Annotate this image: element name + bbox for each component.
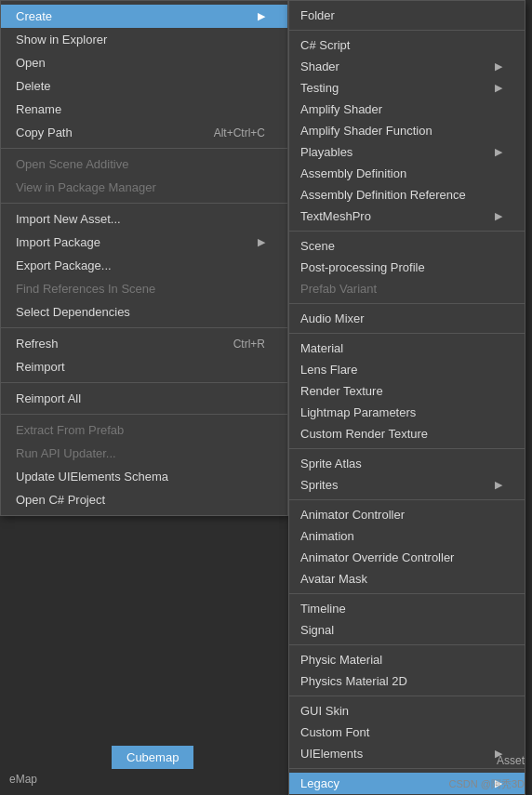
right-menu-item-prefab-variant: Prefab Variant [289, 278, 525, 299]
right-menu-item-folder[interactable]: Folder [289, 5, 525, 26]
menu-item-label: Amplify Shader Function [300, 124, 432, 138]
submenu-arrow-icon: ▶ [495, 146, 502, 158]
emap-label: eMap [9, 773, 37, 786]
menu-separator [289, 644, 525, 645]
right-menu-item-csharp-script[interactable]: C# Script [289, 34, 525, 56]
menu-item-label: UIElements [300, 747, 363, 761]
left-menu-item-import-new-asset[interactable]: Import New Asset... [1, 207, 287, 231]
menu-item-label: Testing [300, 81, 339, 95]
submenu-arrow-icon: ▶ [258, 10, 265, 22]
menu-item-label: Lens Flare [300, 363, 357, 377]
right-menu-item-post-processing-profile[interactable]: Post-processing Profile [289, 257, 525, 278]
menu-separator [289, 696, 525, 696]
left-menu-item-delete[interactable]: Delete [1, 74, 287, 98]
right-menu-item-material[interactable]: Material [289, 338, 525, 359]
right-menu-item-lens-flare[interactable]: Lens Flare [289, 359, 525, 380]
left-menu-item-copy-path[interactable]: Copy PathAlt+Ctrl+C [1, 121, 287, 144]
left-menu-item-refresh[interactable]: RefreshCtrl+R [1, 332, 287, 355]
right-menu-item-uielements[interactable]: UIElements▶ [289, 743, 525, 764]
left-menu-item-export-package[interactable]: Export Package... [1, 254, 287, 277]
left-menu-item-rename[interactable]: Rename [1, 98, 287, 121]
menu-separator [289, 593, 525, 594]
menu-item-label: Run API Updater... [16, 446, 116, 460]
right-menu-item-sprite-atlas[interactable]: Sprite Atlas [289, 453, 525, 474]
menu-item-label: Select Dependencies [16, 305, 130, 319]
left-menu-item-run-api-updater: Run API Updater... [1, 442, 287, 465]
right-menu-item-physic-material[interactable]: Physic Material [289, 649, 525, 670]
menu-separator [289, 30, 525, 31]
left-menu-item-import-package[interactable]: Import Package▶ [1, 231, 287, 254]
menu-item-label: Animator Override Controller [300, 550, 454, 564]
menu-item-label: Post-processing Profile [300, 260, 425, 274]
menu-item-label: Import Package [16, 235, 100, 249]
right-menu-item-scene[interactable]: Scene [289, 235, 525, 257]
menu-separator [1, 203, 287, 204]
menu-item-label: Audio Mixer [300, 311, 365, 325]
right-menu-item-signal[interactable]: Signal [289, 619, 525, 641]
menu-item-label: Rename [16, 102, 61, 116]
right-menu-item-playables[interactable]: Playables▶ [289, 141, 525, 163]
menu-item-label: Copy Path [16, 126, 73, 139]
right-menu-item-physics-material-2d[interactable]: Physics Material 2D [289, 670, 525, 692]
menu-item-label: Assembly Definition Reference [300, 188, 466, 202]
right-menu-item-animation[interactable]: Animation [289, 525, 525, 547]
left-menu-item-reimport-all[interactable]: Reimport All [1, 387, 287, 410]
menu-item-label: Find References In Scene [16, 282, 155, 296]
right-menu-item-sprites[interactable]: Sprites▶ [289, 474, 525, 496]
right-menu-item-amplify-shader[interactable]: Amplify Shader [289, 99, 525, 120]
menu-item-label: Extract From Prefab [16, 423, 124, 437]
menu-separator [1, 327, 287, 328]
submenu-arrow-icon: ▶ [495, 60, 502, 73]
menu-separator [289, 231, 525, 232]
left-menu-item-create[interactable]: Create▶ [1, 5, 287, 28]
menu-item-label: Show in Explorer [16, 33, 107, 46]
left-menu-item-open[interactable]: Open [1, 51, 287, 74]
menu-item-label: TextMeshPro [300, 209, 371, 223]
menu-item-label: Animation [300, 529, 354, 543]
left-menu-item-open-scene-additive: Open Scene Additive [1, 152, 287, 176]
right-menu-item-amplify-shader-function[interactable]: Amplify Shader Function [289, 120, 525, 141]
menu-item-label: C# Script [300, 38, 350, 52]
right-menu-item-assembly-definition-ref[interactable]: Assembly Definition Reference [289, 184, 525, 205]
menu-item-label: Refresh [16, 337, 59, 351]
menu-separator [1, 414, 287, 415]
menu-item-label: Amplify Shader [300, 102, 382, 116]
right-menu-item-timeline[interactable]: Timeline [289, 598, 525, 619]
menu-separator [289, 768, 525, 769]
right-menu-item-lightmap-parameters[interactable]: Lightmap Parameters [289, 402, 525, 423]
right-menu-item-animator-controller[interactable]: Animator Controller [289, 504, 525, 525]
right-menu-item-gui-skin[interactable]: GUI Skin [289, 700, 525, 722]
left-menu-item-reimport[interactable]: Reimport [1, 355, 287, 378]
menu-item-shortcut: Alt+Ctrl+C [214, 126, 265, 139]
right-menu-item-render-texture[interactable]: Render Texture [289, 380, 525, 402]
right-menu-item-custom-font[interactable]: Custom Font [289, 722, 525, 743]
menu-item-label: Update UIElements Schema [16, 470, 168, 484]
menu-item-label: Sprites [300, 478, 338, 492]
menu-item-label: Create [16, 9, 52, 23]
submenu-arrow-icon: ▶ [495, 82, 502, 94]
menu-item-label: Import New Asset... [16, 212, 121, 226]
right-menu-item-animator-override-controller[interactable]: Animator Override Controller [289, 547, 525, 568]
right-menu-item-testing[interactable]: Testing▶ [289, 77, 525, 99]
right-menu-item-audio-mixer[interactable]: Audio Mixer [289, 308, 525, 329]
menu-item-label: Render Texture [300, 384, 383, 398]
menu-item-label: Assembly Definition [300, 166, 406, 180]
left-menu-item-show-in-explorer[interactable]: Show in Explorer [1, 28, 287, 51]
left-menu-item-select-dependencies[interactable]: Select Dependencies [1, 300, 287, 324]
menu-item-label: Material [300, 341, 343, 355]
left-menu-item-open-csharp[interactable]: Open C# Project [1, 488, 287, 511]
menu-item-label: Timeline [300, 602, 346, 616]
menu-item-label: Export Package... [16, 258, 112, 272]
right-menu-item-custom-render-texture[interactable]: Custom Render Texture [289, 423, 525, 444]
right-menu-item-textmeshpro[interactable]: TextMeshPro▶ [289, 205, 525, 227]
right-menu-panel: FolderC# ScriptShader▶Testing▶Amplify Sh… [288, 0, 525, 795]
right-menu-item-avatar-mask[interactable]: Avatar Mask [289, 568, 525, 590]
menu-item-label: Physic Material [300, 653, 382, 667]
left-menu-item-update-uielements[interactable]: Update UIElements Schema [1, 465, 287, 488]
menu-separator [289, 303, 525, 304]
right-menu-item-shader[interactable]: Shader▶ [289, 56, 525, 77]
cubemap-floating-item[interactable]: Cubemap [112, 746, 193, 769]
credit-label: CSDN @阿秃3D [442, 774, 532, 795]
right-menu-item-assembly-definition[interactable]: Assembly Definition [289, 163, 525, 184]
menu-item-label: View in Package Manager [16, 180, 156, 194]
